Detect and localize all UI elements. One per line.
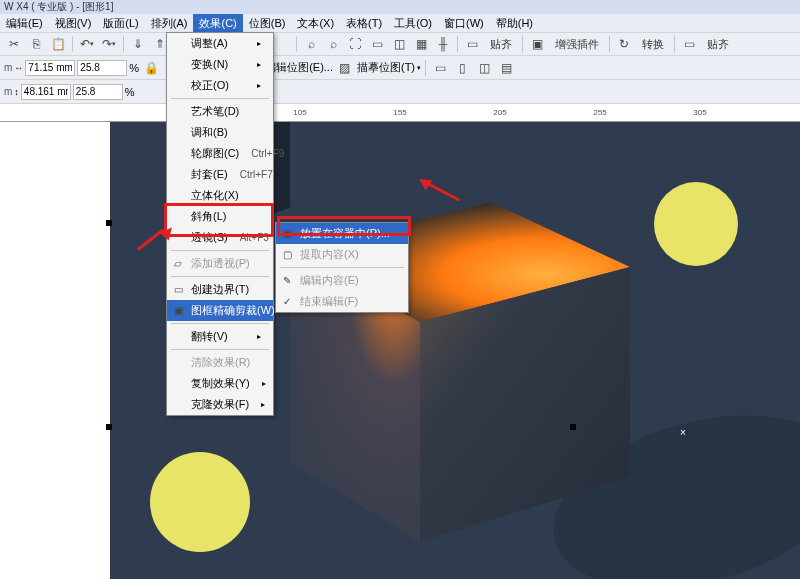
selection-handle[interactable] — [106, 424, 112, 430]
scale-y-field[interactable]: % — [73, 84, 135, 100]
separator — [425, 60, 426, 76]
snap-combo[interactable]: ▭ — [462, 34, 482, 54]
x-position-field[interactable]: ↔ — [14, 60, 75, 76]
chevron-right-icon: ▸ — [257, 81, 261, 90]
zoom-out-button[interactable]: ⌕ — [323, 34, 343, 54]
grid-button[interactable]: ▦ — [411, 34, 431, 54]
edit-bitmap-label[interactable]: 编辑位图(E)... — [265, 60, 333, 75]
undo-icon: ↶ — [80, 37, 90, 51]
menu-item-extrude[interactable]: 立体化(X) — [167, 185, 273, 206]
menu-separator — [171, 98, 269, 99]
cut-icon: ✂ — [9, 37, 19, 51]
y-position-field[interactable]: ↕ — [14, 84, 71, 100]
menu-separator — [171, 349, 269, 350]
separator — [522, 36, 523, 52]
menu-item-envelope[interactable]: 封套(E)Ctrl+F7 — [167, 164, 273, 185]
scale-x-input[interactable] — [77, 60, 127, 76]
menu-item-transform[interactable]: 变换(N)▸ — [167, 54, 273, 75]
trace-bitmap-label[interactable]: 描摹位图(T) — [357, 60, 415, 75]
cut-button[interactable]: ✂ — [4, 34, 24, 54]
zoom-button[interactable]: ⌕ — [301, 34, 321, 54]
menu-item-bevel[interactable]: 斜角(L) — [167, 206, 273, 227]
menu-item-clone-effect[interactable]: 克隆效果(F)▸ — [167, 394, 273, 415]
menu-text[interactable]: 文本(X) — [291, 14, 340, 33]
perspective-icon: ▱ — [171, 257, 185, 271]
copy-button[interactable]: ⎘ — [26, 34, 46, 54]
menu-effects[interactable]: 效果(C) — [193, 14, 242, 33]
trace-bitmap-icon[interactable]: ▨ — [335, 58, 355, 78]
menu-item-artistic[interactable]: 艺术笔(D) — [167, 101, 273, 122]
menu-layout[interactable]: 版面(L) — [97, 14, 144, 33]
separator — [609, 36, 610, 52]
extract-icon: ▢ — [280, 248, 294, 262]
scale-x-field[interactable]: % — [77, 60, 139, 76]
finish-icon: ✓ — [280, 295, 294, 309]
redo-button[interactable]: ↷▾ — [99, 34, 119, 54]
menu-item-perspective: ▱添加透视(P) — [167, 253, 273, 274]
menu-item-boundary[interactable]: ▭创建边界(T) — [167, 279, 273, 300]
menu-bar: 编辑(E) 视图(V) 版面(L) 排列(A) 效果(C) 位图(B) 文本(X… — [0, 14, 800, 32]
menu-item-adjust[interactable]: 调整(A)▸ — [167, 33, 273, 54]
selection-handle[interactable] — [106, 220, 112, 226]
menu-item-clear-effect: 清除效果(R) — [167, 352, 273, 373]
convert-button[interactable]: ↻ — [614, 34, 634, 54]
canvas[interactable]: × — [0, 122, 800, 579]
menu-item-correct[interactable]: 校正(O)▸ — [167, 75, 273, 96]
menu-table[interactable]: 表格(T) — [340, 14, 388, 33]
chevron-right-icon: ▸ — [257, 332, 261, 341]
menu-view[interactable]: 视图(V) — [49, 14, 98, 33]
chevron-right-icon: ▸ — [257, 39, 261, 48]
separator — [123, 36, 124, 52]
y-input[interactable] — [21, 84, 71, 100]
chevron-right-icon: ▸ — [261, 400, 265, 409]
powerclip-submenu: ▣放置在容器中(P)... ▢提取内容(X) ✎编辑内容(E) ✓结束编辑(F) — [275, 222, 409, 313]
app-title: W X4 ( 专业版 ) - [图形1] — [4, 1, 113, 12]
menu-bitmap[interactable]: 位图(B) — [243, 14, 292, 33]
selection-handle[interactable] — [570, 424, 576, 430]
plugin-button[interactable]: ▣ — [527, 34, 547, 54]
tb-btn[interactable]: ▤ — [496, 58, 516, 78]
property-bar: m ↔ % 🔒 编辑位图(E)... ▨ 描摹位图(T) ▾ ▭ ▯ ◫ ▤ — [0, 56, 800, 80]
import-button[interactable]: ⇓ — [128, 34, 148, 54]
tb-btn[interactable]: ◫ — [474, 58, 494, 78]
title-bar: W X4 ( 专业版 ) - [图形1] — [0, 0, 800, 14]
snap-label: 贴齐 — [484, 37, 518, 52]
guides-button[interactable]: ╫ — [433, 34, 453, 54]
menu-item-rollover[interactable]: 翻转(V)▸ — [167, 326, 273, 347]
menu-item-copy-effect[interactable]: 复制效果(Y)▸ — [167, 373, 273, 394]
chevron-right-icon: ▸ — [262, 379, 266, 388]
menu-edit[interactable]: 编辑(E) — [0, 14, 49, 33]
lock-ratio-button[interactable]: 🔒 — [141, 58, 161, 78]
undo-button[interactable]: ↶▾ — [77, 34, 97, 54]
menu-item-lens[interactable]: 透镜(S)Alt+F3 — [167, 227, 273, 248]
menu-item-extract: ▢提取内容(X) — [276, 244, 408, 265]
zoom-page-button[interactable]: ▭ — [367, 34, 387, 54]
menu-item-finish-edit: ✓结束编辑(F) — [276, 291, 408, 312]
menu-item-contour[interactable]: 轮廓图(C)Ctrl+F9 — [167, 143, 273, 164]
boundary-icon: ▭ — [171, 283, 185, 297]
place-icon: ▣ — [280, 227, 294, 241]
zoom-fit-button[interactable]: ⛶ — [345, 34, 365, 54]
scale-y-input[interactable] — [73, 84, 123, 100]
menu-tools[interactable]: 工具(O) — [388, 14, 438, 33]
tb-btn[interactable]: ▭ — [430, 58, 450, 78]
edit-icon: ✎ — [280, 274, 294, 288]
ruler-horizontal: 105 155 205 255 305 — [0, 104, 800, 122]
menu-item-blend[interactable]: 调和(B) — [167, 122, 273, 143]
align-label: 贴齐 — [701, 37, 735, 52]
zoom-sel-button[interactable]: ◫ — [389, 34, 409, 54]
paste-button[interactable]: 📋 — [48, 34, 68, 54]
menu-arrange[interactable]: 排列(A) — [145, 14, 194, 33]
chevron-right-icon: ▸ — [257, 60, 261, 69]
redo-icon: ↷ — [102, 37, 112, 51]
tb-btn[interactable]: ▯ — [452, 58, 472, 78]
menu-window[interactable]: 窗口(W) — [438, 14, 490, 33]
x-input[interactable] — [25, 60, 75, 76]
plugin-label: 增强插件 — [549, 37, 605, 52]
separator — [296, 36, 297, 52]
align-button[interactable]: ▭ — [679, 34, 699, 54]
menu-separator — [171, 250, 269, 251]
menu-item-place-inside[interactable]: ▣放置在容器中(P)... — [276, 223, 408, 244]
menu-item-powerclip[interactable]: ▣图框精确剪裁(W)▸ — [167, 300, 273, 321]
menu-help[interactable]: 帮助(H) — [490, 14, 539, 33]
